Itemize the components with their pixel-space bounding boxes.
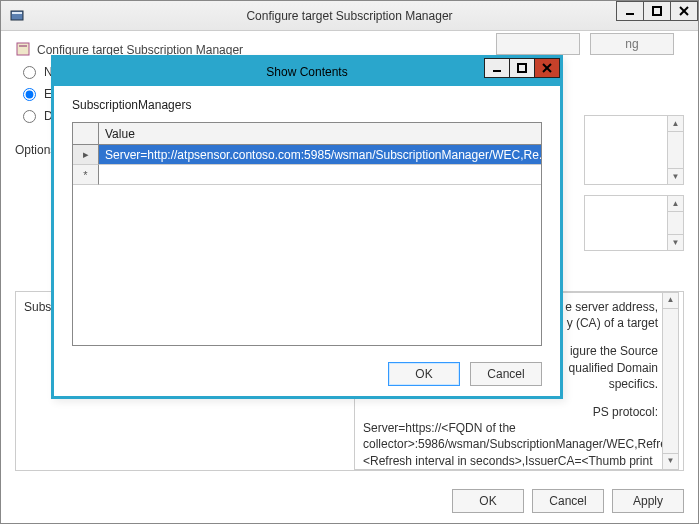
svg-rect-3 bbox=[653, 7, 661, 15]
main-window-controls bbox=[617, 1, 698, 21]
next-setting-button[interactable]: ng bbox=[590, 33, 674, 55]
scroll-up-icon[interactable]: ▲ bbox=[668, 116, 683, 132]
grid-cell-value[interactable]: Server=http://atpsensor.contoso.com:5985… bbox=[99, 145, 541, 165]
main-footer: OK Cancel Apply bbox=[452, 489, 684, 513]
supported-textarea[interactable]: ▲▼ bbox=[584, 195, 684, 251]
ok-button[interactable]: OK bbox=[452, 489, 524, 513]
grid-label: SubscriptionManagers bbox=[72, 98, 542, 112]
svg-rect-9 bbox=[518, 64, 526, 72]
main-window-title: Configure target Subscription Manager bbox=[1, 9, 698, 23]
apply-button[interactable]: Apply bbox=[612, 489, 684, 513]
grid-cell-value[interactable] bbox=[99, 165, 541, 185]
dialog-minimize-button[interactable] bbox=[484, 58, 510, 78]
main-window: Configure target Subscription Manager Co… bbox=[0, 0, 699, 524]
grid-row-new[interactable]: * bbox=[73, 165, 541, 185]
radio-disabled-input[interactable] bbox=[23, 110, 36, 123]
grid-row-indicator: ▸ bbox=[73, 145, 99, 165]
policy-icon bbox=[15, 41, 31, 57]
dialog-ok-button[interactable]: OK bbox=[388, 362, 460, 386]
maximize-button[interactable] bbox=[643, 1, 671, 21]
scroll-down-icon[interactable]: ▼ bbox=[663, 453, 678, 469]
comment-textarea[interactable]: ▲▼ bbox=[584, 115, 684, 185]
subscription-grid[interactable]: Value ▸ Server=http://atpsensor.contoso.… bbox=[72, 122, 542, 346]
minimize-button[interactable] bbox=[616, 1, 644, 21]
svg-rect-7 bbox=[19, 45, 27, 47]
dialog-titlebar[interactable]: Show Contents bbox=[54, 58, 560, 86]
grid-empty-area bbox=[73, 185, 541, 345]
dialog-footer: OK Cancel bbox=[388, 362, 542, 386]
radio-enabled-input[interactable] bbox=[23, 88, 36, 101]
svg-rect-6 bbox=[17, 43, 29, 55]
grid-header-row: Value bbox=[73, 123, 541, 145]
grid-corner-cell bbox=[73, 123, 99, 145]
dialog-cancel-button[interactable]: Cancel bbox=[470, 362, 542, 386]
close-button[interactable] bbox=[670, 1, 698, 21]
grid-row-indicator: * bbox=[73, 165, 99, 185]
grid-column-header[interactable]: Value bbox=[99, 123, 541, 145]
dialog-maximize-button[interactable] bbox=[509, 58, 535, 78]
prev-setting-button[interactable] bbox=[496, 33, 580, 55]
setting-nav-buttons: ng bbox=[496, 33, 674, 55]
help-text-fragment: PS protocol: bbox=[363, 404, 658, 420]
help-text-body: Server=https://<FQDN of the collector>:5… bbox=[363, 420, 658, 470]
scroll-down-icon[interactable]: ▼ bbox=[668, 234, 683, 250]
show-contents-dialog: Show Contents SubscriptionManagers Value… bbox=[51, 55, 563, 399]
radio-not-configured-input[interactable] bbox=[23, 66, 36, 79]
scroll-down-icon[interactable]: ▼ bbox=[668, 168, 683, 184]
scroll-up-icon[interactable]: ▲ bbox=[668, 196, 683, 212]
cancel-button[interactable]: Cancel bbox=[532, 489, 604, 513]
dialog-close-button[interactable] bbox=[534, 58, 560, 78]
scroll-up-icon[interactable]: ▲ bbox=[663, 293, 678, 309]
grid-row[interactable]: ▸ Server=http://atpsensor.contoso.com:59… bbox=[73, 145, 541, 165]
main-titlebar: Configure target Subscription Manager bbox=[1, 1, 698, 31]
